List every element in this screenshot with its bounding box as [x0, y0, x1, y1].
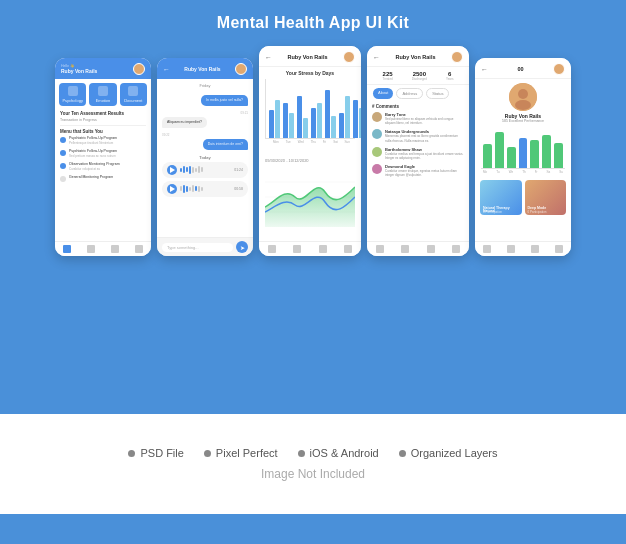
wbar — [186, 186, 188, 192]
play-icon-2 — [170, 186, 175, 192]
bar-tue-2 — [289, 113, 294, 138]
chat-icon-5[interactable] — [531, 245, 539, 253]
phone1-card-document[interactable]: Document — [120, 83, 147, 106]
chat-icon-3[interactable] — [319, 245, 327, 253]
phone3-header: ← Ruby Von Rails — [259, 46, 361, 67]
bar-sun-1 — [353, 100, 358, 138]
bar-thu-2 — [317, 103, 322, 138]
wbar — [195, 186, 197, 191]
mini-bar-wed — [507, 147, 516, 168]
phone1-name: Ruby Von Rails — [61, 68, 97, 74]
phone3-name: Ruby Von Rails — [288, 54, 328, 60]
profile-picture — [509, 83, 537, 111]
profile-icon-4[interactable] — [452, 245, 460, 253]
list-item: General Monitoring Program — [60, 175, 146, 182]
wbar — [198, 186, 200, 192]
wbar — [183, 185, 185, 193]
menu-item-label-3: Observation Monitoring Program — [69, 162, 120, 167]
comment-body-3: Bartholomew Shaw Curabitur medius sed te… — [385, 147, 464, 160]
back-arrow-icon-4[interactable]: ← — [373, 54, 380, 61]
comment-avatar-1 — [372, 112, 382, 122]
play-button-1[interactable] — [167, 165, 177, 175]
bubble-text-3: Duis interdum de orni? — [208, 142, 243, 146]
comment-text-4: Curabitur ornare tristique, egestas metu… — [385, 169, 464, 177]
mini-day-wed: We — [509, 170, 513, 174]
play-button-2[interactable] — [167, 184, 177, 194]
home-nav-icon[interactable] — [63, 245, 71, 253]
chat-icon-4[interactable] — [427, 245, 435, 253]
audio-message-1: 01:24 — [162, 162, 248, 178]
bar-sun-2 — [359, 108, 361, 138]
feature-layers: Organized Layers — [399, 447, 498, 459]
feature-dot-ios — [298, 450, 305, 457]
send-button[interactable]: ➤ — [236, 241, 248, 253]
phone1-card-label-2: Document — [124, 98, 142, 103]
comment-text-3: Curabitur medius sed tempus a just tinci… — [385, 152, 464, 160]
list-item: Psychiatric Follow-Up Program Sed pretiu… — [60, 149, 146, 158]
phone1-card-emotion[interactable]: Emotion — [89, 83, 116, 106]
feature-label-pixel: Pixel Perfect — [216, 447, 278, 459]
comment-item-1: Barry Tone Sed pulvinar libero ex aliqua… — [372, 112, 464, 125]
filter-nav-icon[interactable] — [87, 245, 95, 253]
back-arrow-icon-5[interactable]: ← — [481, 66, 488, 73]
bar-thu-1 — [311, 108, 316, 138]
phone5-avatar — [553, 63, 565, 75]
phone-chart: ← Ruby Von Rails Your Stress by Days — [259, 46, 361, 256]
filter-icon-5[interactable] — [507, 245, 515, 253]
phones-row: Hello 👋 Ruby Von Rails Psychology Emotio… — [55, 46, 571, 256]
profile-icon-5[interactable] — [555, 245, 563, 253]
chat-nav-icon[interactable] — [111, 245, 119, 253]
menu-dot-2 — [60, 150, 66, 156]
day-label-thu: Thu — [311, 140, 316, 144]
feature-pixel: Pixel Perfect — [204, 447, 278, 459]
profile-icon-3[interactable] — [344, 245, 352, 253]
feature-dot-pixel — [204, 450, 211, 457]
mini-bar-sat — [542, 135, 551, 168]
phone4-header: ← Ruby Von Rails — [367, 46, 469, 67]
home-icon-3[interactable] — [268, 245, 276, 253]
chat-time-2: 09:22 — [162, 133, 248, 137]
bar-group-tue — [283, 103, 294, 138]
comment-body-4: Desmond Eagle Curabitur ornare tristique… — [385, 164, 464, 177]
profile-nav-icon[interactable] — [135, 245, 143, 253]
bar-fri-2 — [331, 116, 336, 138]
day-label-fri: Fri — [323, 140, 327, 144]
wbar — [183, 166, 185, 173]
feature-ios: iOS & Android — [298, 447, 379, 459]
stats-row: 225 Treated 2500 Discharged 6 Years — [367, 67, 469, 85]
menu-item-text-3: Observation Monitoring Program Curabitur… — [69, 162, 120, 171]
about-tab[interactable]: About — [373, 88, 393, 99]
gallery-item-2[interactable]: Deep Mode 6 Participation — [525, 180, 567, 215]
phone1-card-psychology[interactable]: Psychology — [59, 83, 86, 106]
feature-label-psd: PSD File — [140, 447, 183, 459]
phone4-name: Ruby Von Rails — [396, 54, 436, 60]
bar-group-sun — [353, 100, 361, 138]
phone5-bottom-nav — [475, 241, 571, 256]
chat-input-field[interactable]: Type something... — [162, 243, 233, 252]
phone1-section-sub: Transaction in Progress — [60, 118, 146, 122]
day-label-mon: Mon — [273, 140, 279, 144]
phone2-name: Ruby Von Rails — [184, 66, 220, 72]
back-arrow-icon-3[interactable]: ← — [265, 54, 272, 61]
phone3-avatar — [343, 51, 355, 63]
home-icon-5[interactable] — [483, 245, 491, 253]
menu-item-sub-1: Pellentesque tincidunt Nentretum — [69, 141, 117, 145]
chat-message-right-2: Duis interdum de orni? — [162, 139, 248, 153]
phone1-header: Hello 👋 Ruby Von Rails — [55, 58, 151, 79]
gallery-item-1[interactable]: Natural Natural Therapy 8 Participation — [480, 180, 522, 215]
filter-icon-4[interactable] — [401, 245, 409, 253]
bar-group-wed — [297, 96, 308, 138]
address-tab[interactable]: Address — [396, 88, 423, 99]
bar-chart-area: Mon Tue Wed Thu Fri Sat Sun — [259, 76, 361, 156]
menu-dot-3 — [60, 163, 66, 169]
wbar — [180, 186, 182, 191]
filter-icon-3[interactable] — [293, 245, 301, 253]
home-icon-4[interactable] — [376, 245, 384, 253]
wbar — [189, 187, 191, 191]
menu-item-text-4: General Monitoring Program — [69, 175, 113, 180]
back-arrow-icon[interactable]: ← — [163, 66, 170, 73]
emotion-icon — [98, 86, 108, 96]
comments-section: # Comments Barry Tone Sed pulvinar liber… — [367, 102, 469, 184]
bubble-text-2: Aliquam eu imperdiet? — [167, 120, 202, 124]
status-tab[interactable]: Status — [426, 88, 449, 99]
